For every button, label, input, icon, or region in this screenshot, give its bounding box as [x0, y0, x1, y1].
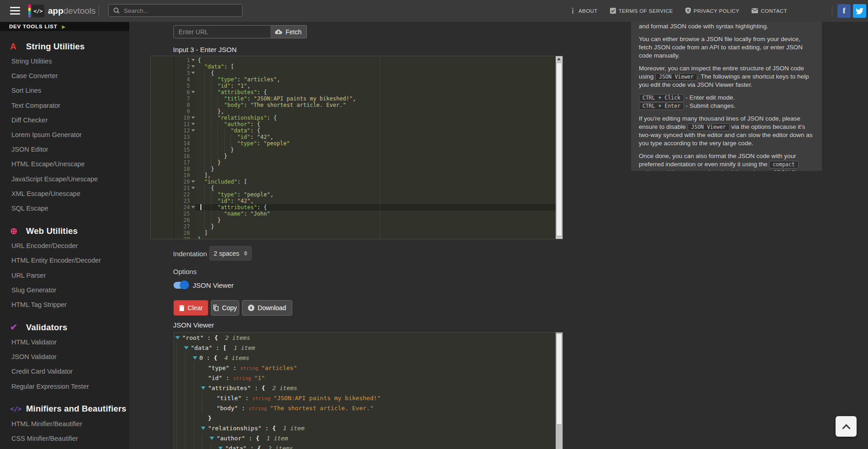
sidebar-item-diff-checker[interactable]: Diff Checker — [0, 113, 129, 127]
keyboard-chip: JSON Viewer — [655, 73, 697, 81]
fold-arrow-icon[interactable] — [191, 187, 195, 189]
editor-scrollbar[interactable] — [556, 56, 563, 239]
line-number: 18 — [151, 166, 195, 172]
fold-arrow-icon[interactable] — [191, 91, 195, 93]
line-number: 19 — [151, 172, 195, 179]
scroll-up-arrow-icon[interactable] — [557, 58, 561, 60]
tree-expander-icon[interactable] — [201, 386, 205, 390]
tree-row: "attributes" : { 2 items — [174, 383, 297, 393]
tree-expander-icon[interactable] — [201, 427, 205, 430]
sidebar-item-html-validator[interactable]: HTML Validator — [0, 335, 129, 349]
tree-row: "data" : [ 1 item — [174, 343, 255, 353]
line-number: 29 — [151, 236, 195, 239]
indentation-label: Indentation — [173, 250, 207, 258]
editor-line: "attributes": { — [198, 89, 267, 95]
fold-arrow-icon[interactable] — [191, 206, 195, 208]
indentation-select[interactable]: 2 spaces — [209, 246, 252, 261]
navbar-divider — [99, 6, 99, 16]
sidebar-item-css-minifier-beautifier[interactable]: CSS Minifier/Beautifier — [0, 431, 129, 446]
sidebar-item-slug-generator[interactable]: Slug Generator — [0, 283, 129, 297]
copy-button[interactable]: Copy — [211, 300, 239, 316]
sidebar-item-url-encoder-decoder[interactable]: URL Encoder/Decoder — [0, 238, 129, 253]
line-number: 12 — [151, 127, 195, 134]
line-number: 23 — [151, 198, 195, 204]
editor-line: ] — [198, 230, 208, 236]
info-icon — [570, 8, 576, 15]
search-input[interactable] — [124, 7, 237, 14]
code-area[interactable]: {"data": [{"type": "articles","id": "1",… — [151, 56, 557, 239]
tree-expander-icon[interactable] — [175, 336, 180, 339]
sidebar-item-xml-escape-unescape[interactable]: XML Escape/Unescape — [0, 186, 129, 201]
copy-label: Copy — [222, 304, 237, 312]
fold-arrow-icon[interactable] — [191, 123, 195, 125]
editor-line: { — [198, 185, 214, 191]
line-number: 10 — [151, 115, 195, 121]
editor-line: } — [198, 236, 201, 239]
sidebar-item-sql-escape[interactable]: SQL Escape — [0, 201, 129, 216]
sidebar-item-text-comparator[interactable]: Text Comparator — [0, 98, 129, 113]
sidebar-item-json-validator[interactable]: JSON Validator — [0, 349, 129, 364]
tree-row: "author" : { 1 item — [174, 433, 288, 444]
logo-stripe — [28, 5, 31, 17]
sidebar-section-title: Minifiers and Beautifiers — [26, 404, 126, 414]
nav-link-about[interactable]: ABOUT — [570, 8, 598, 15]
scrollbar-thumb[interactable] — [556, 333, 562, 425]
sidebar-item-lorem-ipsum-generator[interactable]: Lorem Ipsum Generator — [0, 127, 129, 142]
tree-expander-icon[interactable] — [184, 346, 189, 349]
tree-scrollbar[interactable] — [556, 333, 563, 449]
scrollbar-thumb[interactable] — [556, 63, 562, 236]
clear-button[interactable]: Clear — [174, 300, 208, 316]
tree-expander-icon[interactable] — [210, 437, 214, 440]
twitter-icon[interactable] — [853, 4, 866, 18]
search-box[interactable] — [108, 4, 242, 17]
fold-arrow-icon[interactable] — [191, 72, 195, 74]
sidebar-item-html-entity-encoder-decoder[interactable]: HTML Entity Encoder/Decoder — [0, 253, 129, 268]
dev-tools-list-bar[interactable]: DEV TOOLS LIST ▶ — [0, 22, 129, 31]
envelope-icon — [752, 8, 758, 14]
hamburger-menu-icon[interactable] — [10, 7, 20, 15]
tree-expander-icon[interactable] — [218, 447, 223, 449]
sidebar-item-javascript-escape-unescape[interactable]: JavaScript Escape/Unescape — [0, 172, 129, 186]
sidebar-item-credit-card-validator[interactable]: Credit Card Validator — [0, 364, 129, 379]
fetch-button[interactable]: Fetch — [270, 25, 307, 38]
facebook-icon[interactable]: f — [837, 4, 851, 18]
json-code-editor[interactable]: {"data": [{"type": "articles","id": "1",… — [150, 56, 563, 239]
line-number: 4 — [151, 76, 195, 83]
line-number: 24 — [151, 204, 195, 211]
fold-arrow-icon[interactable] — [191, 65, 195, 68]
editor-line: "data": { — [198, 127, 260, 134]
nav-link-contact[interactable]: CONTACT — [752, 8, 787, 14]
sidebar-item-html-minifier-beautifier[interactable]: HTML Minifier/Beautifier — [0, 417, 129, 431]
editor-line: "attributes": { — [198, 204, 267, 211]
sidebar-section-header: ⊕Web Utilities — [0, 223, 129, 238]
sidebar-item-json-editor[interactable]: JSON Editor — [0, 142, 129, 157]
editor-line: { — [198, 70, 214, 76]
fold-arrow-icon[interactable] — [191, 129, 195, 132]
fold-arrow-icon[interactable] — [191, 116, 195, 119]
json-viewer-toggle[interactable] — [174, 282, 187, 289]
fold-arrow-icon[interactable] — [191, 59, 195, 61]
fold-arrow-icon[interactable] — [191, 180, 195, 183]
sidebar-item-sort-lines[interactable]: Sort Lines — [0, 83, 129, 98]
app-logo[interactable]: appdevtools — [48, 6, 96, 16]
nav-link-terms-of-service[interactable]: TERMS OF SERVICE — [610, 8, 673, 15]
chevron-up-icon — [842, 424, 850, 433]
check-icon: ✔ — [10, 322, 21, 333]
logo-code-icon[interactable]: </> — [32, 5, 44, 17]
sidebar-item-case-converter[interactable]: Case Converter — [0, 69, 129, 83]
download-button[interactable]: Download — [242, 300, 292, 316]
sidebar-item-html-tag-stripper[interactable]: HTML Tag Stripper — [0, 297, 129, 312]
globe-icon: ⊕ — [10, 226, 21, 236]
editor-line: "id": "42", — [198, 198, 254, 204]
sidebar-item-url-parser[interactable]: URL Parser — [0, 268, 129, 282]
line-number: 20 — [151, 179, 195, 185]
url-input[interactable] — [174, 25, 271, 38]
json-tree-viewer[interactable]: "root" : { 2 items"data" : [ 1 item0 : {… — [174, 332, 563, 449]
shield-icon — [685, 7, 691, 15]
sidebar-item-regular-expression-tester[interactable]: Regular Expression Tester — [0, 379, 129, 394]
sidebar-item-html-escape-unescape[interactable]: HTML Escape/Unescape — [0, 157, 129, 171]
sidebar-item-string-utilities[interactable]: String Utilities — [0, 54, 129, 69]
nav-link-privacy-policy[interactable]: PRIVACY POLICY — [685, 7, 739, 15]
scroll-to-top-button[interactable] — [836, 416, 857, 437]
tree-expander-icon[interactable] — [193, 356, 197, 359]
